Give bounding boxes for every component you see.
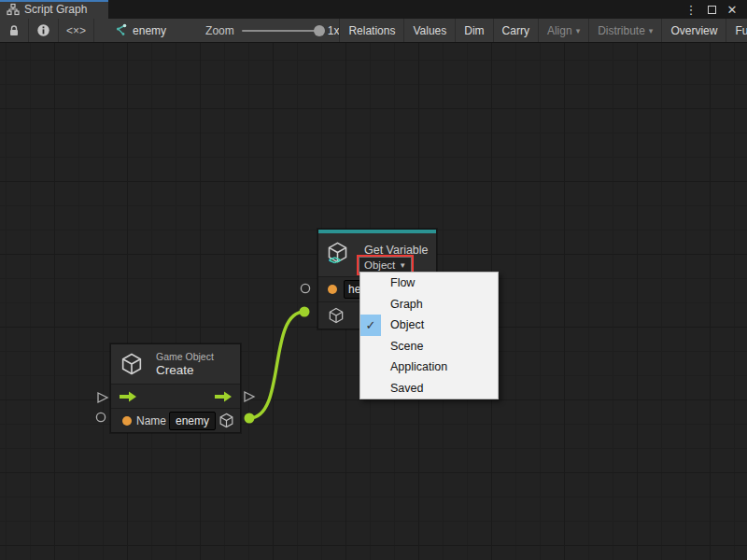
overview-button[interactable]: Overview — [661, 19, 726, 42]
data-input-port[interactable] — [95, 412, 106, 423]
relations-button[interactable]: Relations — [339, 19, 403, 42]
menu-item-scene[interactable]: Scene — [360, 336, 498, 357]
lock-button[interactable] — [0, 19, 29, 42]
string-port-dot[interactable] — [328, 285, 337, 294]
gameobject-port-cube-icon[interactable] — [327, 306, 345, 325]
zoom-level: 1x — [328, 24, 340, 37]
distribute-dropdown-button[interactable]: Distribute — [588, 19, 661, 42]
flow-input-port[interactable] — [95, 390, 110, 405]
values-button[interactable]: Values — [403, 19, 455, 42]
code-icon: <×> — [66, 24, 86, 37]
menu-item-application[interactable]: Application — [360, 357, 498, 378]
menu-item-saved[interactable]: Saved — [360, 378, 498, 399]
gameobject-cube-icon — [119, 351, 145, 377]
edit-graph-button[interactable]: <×> — [59, 19, 94, 42]
string-port-dot[interactable] — [122, 416, 132, 426]
node-title: Get Variable — [364, 244, 429, 257]
flow-in-arrow-icon[interactable] — [119, 390, 137, 403]
zoom-label: Zoom — [205, 24, 234, 37]
create-node-header: Game Object Create — [111, 344, 240, 384]
name-label: Name — [136, 414, 166, 427]
window-menu-icon[interactable]: ⋮ — [684, 4, 698, 16]
align-dropdown-button[interactable]: Align — [538, 19, 588, 42]
graph-hierarchy-icon — [7, 3, 20, 16]
fullscreen-button[interactable]: Full Screen — [726, 19, 747, 42]
graph-breadcrumb[interactable]: enemy — [94, 19, 166, 42]
tab-title: Script Graph — [24, 3, 87, 16]
graph-toolbar: <×> enemy Zoom 1x Relations Values Dim C… — [0, 19, 747, 43]
window-controls: ⋮ ✕ — [684, 0, 747, 19]
flow-row — [111, 384, 240, 408]
node-supertitle: Game Object — [156, 351, 214, 362]
scope-context-menu: Flow Graph ✓ Object Scene Application Sa… — [359, 272, 499, 399]
check-icon: ✓ — [360, 315, 381, 336]
close-icon[interactable]: ✕ — [725, 4, 740, 16]
menu-item-label: Object — [390, 318, 424, 331]
menu-item-object[interactable]: ✓ Object — [360, 315, 498, 336]
info-icon — [36, 23, 50, 37]
zoom-slider[interactable] — [242, 30, 320, 32]
graph-name: enemy — [133, 24, 166, 37]
flow-out-arrow-icon[interactable] — [214, 390, 233, 403]
get-variable-header: <> Get Variable Object ▼ — [318, 233, 436, 276]
code-brackets-icon: <> — [329, 254, 340, 267]
graph-pointer-icon — [113, 23, 127, 37]
lock-icon — [7, 24, 21, 37]
tab-bar: Script Graph ⋮ ✕ — [0, 0, 747, 19]
chevron-down-icon: ▼ — [399, 261, 406, 270]
zoom-slider-handle[interactable] — [314, 25, 325, 36]
graph-canvas[interactable]: <> Get Variable Object ▼ — [0, 43, 747, 560]
scope-value: Object — [364, 259, 395, 271]
name-row: Name — [111, 408, 240, 432]
create-gameobject-node[interactable]: Game Object Create Name — [110, 343, 241, 433]
node-title: Create — [156, 363, 194, 377]
info-button[interactable] — [29, 19, 59, 42]
carry-button[interactable]: Carry — [493, 19, 538, 42]
menu-item-flow[interactable]: Flow — [360, 273, 498, 294]
flow-output-port[interactable] — [242, 389, 257, 404]
dim-button[interactable]: Dim — [455, 19, 492, 42]
menu-item-graph[interactable]: Graph — [360, 294, 498, 315]
gameobject-name-input[interactable] — [169, 412, 216, 430]
script-graph-window: Script Graph ⋮ ✕ <×> — [0, 0, 747, 560]
string-input-port[interactable] — [300, 283, 311, 294]
zoom-control: Zoom 1x — [205, 19, 339, 42]
tab-script-graph[interactable]: Script Graph — [0, 0, 108, 19]
gameobject-output-cube-icon[interactable] — [218, 412, 235, 429]
maximize-icon[interactable] — [704, 4, 719, 16]
